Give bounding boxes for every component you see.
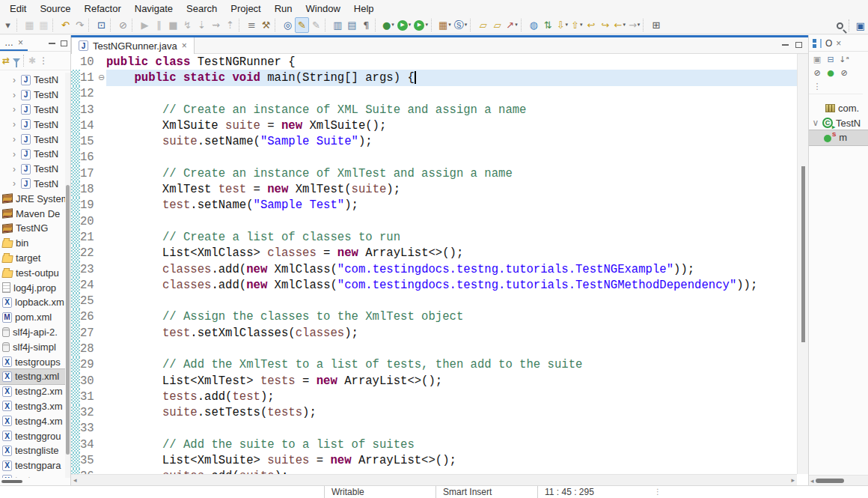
open-search-button[interactable]: ◎: [281, 17, 295, 33]
next-edit-location-button[interactable]: ↪: [598, 17, 612, 33]
step-over-button[interactable]: ⇝: [209, 17, 223, 33]
launch-button[interactable]: ↗▾: [504, 17, 519, 33]
editor-vertical-scrollbar[interactable]: [797, 54, 808, 474]
expander-icon[interactable]: ›: [10, 90, 18, 100]
filter-icon[interactable]: [13, 58, 20, 63]
code-line[interactable]: 25: [71, 293, 797, 309]
code-line[interactable]: 35 List<XmlSuite> suites = new ArrayList…: [71, 452, 797, 468]
code-line[interactable]: 30 List<XmlTest> tests = new ArrayList<>…: [71, 373, 797, 389]
code-line[interactable]: 14 XmlSuite suite = new XmlSuite();: [71, 118, 797, 133]
forward-button[interactable]: →▾: [627, 17, 641, 33]
new-wizard-dropdown[interactable]: ▾: [1, 17, 15, 33]
hide-static-icon[interactable]: ●: [825, 67, 837, 79]
collapse-all-icon[interactable]: ⊟: [825, 53, 837, 65]
tree-item[interactable]: Xtestnggrou: [0, 428, 65, 443]
debug-button[interactable]: ●▾: [381, 17, 396, 33]
import-button[interactable]: ⇩▾: [555, 17, 569, 33]
code-line[interactable]: 10public class TestNGRunner {: [71, 54, 797, 70]
code-line[interactable]: 21 // Create a list of classes to run: [71, 229, 797, 245]
code-line[interactable]: 17 // Create an instance of XmlTest and …: [71, 166, 797, 181]
resume-button[interactable]: ▶: [138, 17, 152, 33]
code-line[interactable]: 27 test.setXmlClasses(classes);: [71, 325, 797, 341]
tree-item[interactable]: ›JTestN: [0, 132, 65, 147]
tree-item[interactable]: ›JTestN: [0, 88, 65, 103]
code-line[interactable]: 24 classes.add(new XmlClass("com.testing…: [71, 277, 797, 293]
scrollbar-thumb[interactable]: [801, 166, 805, 342]
outline-item[interactable]: ∨CTestN: [809, 116, 868, 131]
close-icon[interactable]: ×: [18, 37, 23, 48]
undo-button[interactable]: ↶: [58, 17, 73, 33]
pause-button[interactable]: ‖: [152, 17, 166, 33]
save-all-button[interactable]: ▦: [37, 17, 51, 33]
tree-item[interactable]: Xtestngpara: [0, 473, 65, 478]
step-filters-button[interactable]: ≡: [245, 17, 259, 33]
tree-item[interactable]: ›JTestN: [0, 117, 65, 132]
menu-help[interactable]: Help: [347, 1, 381, 16]
menu-window[interactable]: Window: [299, 1, 347, 16]
run-button[interactable]: ▶▾: [396, 17, 413, 33]
tree-item[interactable]: TestNG: [0, 221, 65, 236]
tree-item[interactable]: target: [0, 251, 65, 266]
tree-item[interactable]: bin: [0, 236, 65, 251]
open-perspective-button[interactable]: ⊞: [649, 17, 663, 33]
tab-package-explorer[interactable]: … ×: [0, 35, 28, 51]
code-line[interactable]: 15 suite.setName("Sample Suite");: [71, 133, 797, 149]
minimize-icon[interactable]: [49, 43, 55, 44]
menu-search[interactable]: Search: [180, 1, 224, 16]
code-line[interactable]: 19 test.setName("Sample Test");: [71, 198, 797, 213]
code-line[interactable]: 36 suites.add(suite);: [71, 469, 797, 474]
code-line[interactable]: 23 classes.add(new XmlClass("com.testing…: [71, 261, 797, 277]
sidebar-horizontal-scrollbar-thumb[interactable]: [1, 480, 22, 483]
outline-item[interactable]: com.: [809, 101, 868, 116]
disconnect-button[interactable]: ↯: [180, 17, 195, 33]
code-line[interactable]: 18 XmlTest test = new XmlTest(suite);: [71, 181, 797, 197]
code-line[interactable]: 33: [71, 421, 797, 437]
tree-item[interactable]: Xtestgroups: [0, 354, 65, 369]
code-line[interactable]: 22 List<XmlClass> classes = new ArrayLis…: [71, 246, 797, 261]
fold-marker-icon[interactable]: ⊖: [97, 70, 106, 85]
code-editor[interactable]: 10public class TestNGRunner {11⊖ public …: [71, 54, 797, 474]
scrollbar-thumb[interactable]: [816, 479, 844, 483]
code-line[interactable]: 31 tests.add(test);: [71, 389, 797, 404]
menu-navigate[interactable]: Navigate: [128, 1, 180, 16]
code-line[interactable]: 13 // Create an instance of XML Suite an…: [71, 102, 797, 118]
collapse-all-icon[interactable]: ✱: [28, 56, 36, 65]
editor-horizontal-scrollbar[interactable]: ◂ ▸: [71, 474, 797, 485]
scroll-left-icon[interactable]: ◂: [810, 477, 814, 485]
minimize-icon[interactable]: [782, 44, 789, 46]
save-button[interactable]: ▦: [22, 17, 37, 33]
coverage-button[interactable]: ▶▾: [412, 17, 430, 33]
expander-icon[interactable]: ›: [10, 104, 18, 115]
view-menu-icon[interactable]: ⋮: [39, 56, 48, 65]
open-resource-button[interactable]: ▱: [476, 17, 490, 33]
redo-button[interactable]: ↷: [73, 17, 87, 33]
tree-item[interactable]: Xtestngpara: [0, 458, 65, 473]
hide-fields-icon[interactable]: ⊘: [811, 67, 823, 79]
back-button[interactable]: ←▾: [612, 17, 626, 33]
tree-item[interactable]: ›JTestN: [0, 147, 65, 162]
code-line[interactable]: 29 // Add the XmlTest to a list of tests…: [71, 357, 797, 373]
close-icon[interactable]: ×: [182, 40, 187, 51]
expander-icon[interactable]: ∨: [812, 118, 819, 128]
tree-item[interactable]: ›JTestN: [0, 73, 65, 88]
status-overflow-icon[interactable]: ⋮: [654, 488, 661, 496]
outline-item[interactable]: Sm: [809, 130, 868, 145]
menu-edit[interactable]: Edit: [3, 1, 33, 16]
tree-item[interactable]: test-outpu: [0, 265, 65, 280]
tree-item[interactable]: slf4j-api-2.: [0, 325, 65, 340]
tree-item[interactable]: Xtestng3.xm: [0, 399, 65, 414]
maximize-icon[interactable]: [795, 42, 802, 48]
last-edit-location-button[interactable]: ↩: [584, 17, 598, 33]
tree-item[interactable]: Xtestngliste: [0, 443, 65, 458]
expander-icon[interactable]: ›: [10, 164, 18, 174]
synchronize-button[interactable]: ⇅: [541, 17, 555, 33]
tree-item[interactable]: ›JTestN: [0, 162, 65, 177]
java-perspective-button[interactable]: ▣: [856, 20, 865, 31]
hide-nonpublic-icon[interactable]: ⊘: [838, 67, 850, 79]
sidebar-vertical-scrollbar[interactable]: [65, 73, 70, 478]
tree-item[interactable]: JRE System: [0, 191, 65, 206]
new-java-project-button[interactable]: ▦▾: [437, 17, 453, 33]
scroll-left-icon[interactable]: ◂: [73, 476, 77, 484]
sort-icon[interactable]: ↓ᵃ: [838, 53, 850, 65]
tree-item[interactable]: Xtestng.xml: [0, 369, 65, 384]
